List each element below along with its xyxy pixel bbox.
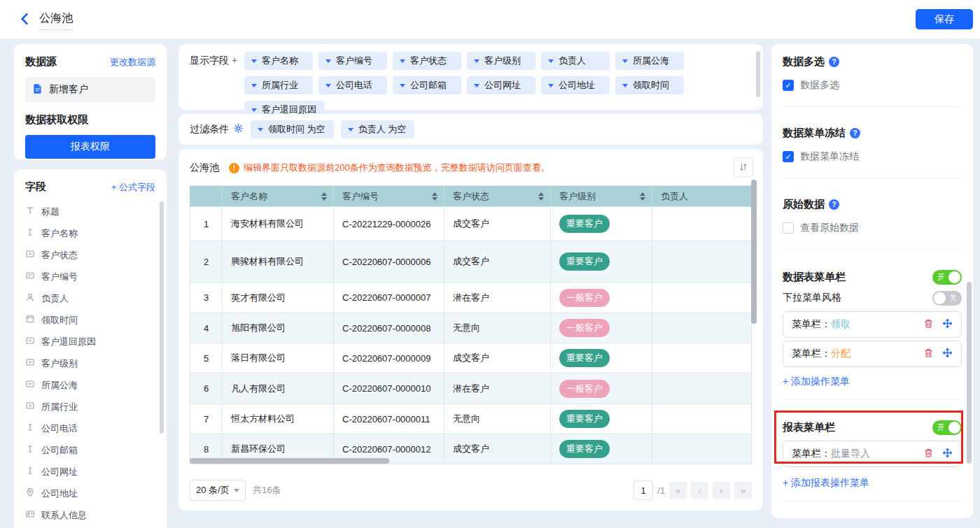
save-button[interactable]: 保存	[916, 9, 973, 29]
field-item-customer-code[interactable]: 客户编号	[25, 266, 155, 287]
display-chip[interactable]: 所属公海	[615, 52, 684, 70]
display-panel-scrollbar[interactable]	[756, 51, 760, 97]
row-index: 2	[190, 241, 223, 282]
display-chip[interactable]: 客户名称	[244, 52, 313, 70]
filter-chip[interactable]: 领取时间 为空	[251, 120, 334, 138]
field-item-customer-level[interactable]: 客户级别	[25, 352, 155, 374]
next-page-button[interactable]: ›	[713, 482, 730, 499]
level-badge: 重要客户	[559, 252, 610, 271]
cell-level: 一般客户	[551, 313, 652, 343]
level-badge: 重要客户	[559, 410, 610, 428]
filter-chip[interactable]: 负责人 为空	[341, 120, 415, 138]
move-icon[interactable]	[942, 318, 953, 331]
display-chip[interactable]: 客户级别	[467, 52, 536, 70]
sort-icon[interactable]	[432, 192, 438, 201]
datasource-item[interactable]: 新增客户	[25, 77, 155, 102]
settings-scrollbar[interactable]	[967, 282, 972, 464]
table-row[interactable]: 3 英才有限公司 C-20220607-0000007 潜在客户 一般客户	[190, 283, 752, 313]
add-action-menu-link[interactable]: + 添加操作菜单	[783, 376, 850, 388]
divider	[783, 106, 962, 107]
field-item-email[interactable]: 公司邮箱	[25, 439, 155, 461]
trash-icon[interactable]	[923, 448, 934, 460]
display-chip[interactable]: 客户状态	[393, 52, 461, 70]
chevron-down-icon	[474, 59, 479, 63]
trash-icon[interactable]	[923, 318, 934, 331]
field-item-owner[interactable]: 负责人	[25, 287, 155, 309]
page-size-select[interactable]: 20 条/页	[190, 480, 246, 501]
fields-scrollbar[interactable]	[160, 201, 164, 434]
field-item-address[interactable]: 公司地址	[25, 483, 155, 504]
display-chip[interactable]: 负责人	[541, 52, 610, 70]
raw-data-checkbox[interactable]: 查看原始数据	[783, 221, 962, 235]
cell-code: C-20220607-0000010	[334, 373, 444, 404]
report-permission-button[interactable]: 报表权限	[25, 135, 155, 159]
back-icon[interactable]	[18, 12, 32, 26]
table-row[interactable]: 4 旭阳有限公司 C-20220607-0000008 无意向 一般客户	[190, 313, 752, 343]
checkbox-checked-icon: ✓	[783, 80, 794, 91]
field-item-claim-time[interactable]: 领取时间	[25, 309, 155, 331]
chevron-down-icon	[548, 84, 554, 87]
datasource-title: 数据源	[25, 55, 57, 69]
help-icon[interactable]: ?	[829, 57, 839, 67]
chevron-down-icon	[258, 128, 263, 131]
field-item-return-reason[interactable]: 客户退回原因	[25, 331, 155, 352]
table-vertical-scrollbar[interactable]	[751, 180, 757, 324]
display-chip[interactable]: 领取时间	[615, 76, 684, 94]
chevron-down-icon	[251, 108, 257, 112]
field-item-customer-name[interactable]: 客户名称	[25, 222, 155, 244]
display-chip[interactable]: 客户编号	[318, 52, 387, 70]
display-chip[interactable]: 所属行业	[244, 76, 313, 94]
menu-item-assign[interactable]: 菜单栏： 分配	[783, 341, 962, 367]
add-report-action-menu-link[interactable]: + 添加报表操作菜单	[783, 477, 869, 490]
table-row[interactable]: 1 海安材料有限公司 C-20221229-0000026 成交客户 重要客户	[190, 207, 752, 241]
table-horizontal-scrollbar[interactable]	[190, 458, 389, 464]
add-display-field-button[interactable]: +	[232, 55, 237, 66]
table-sort-button[interactable]	[734, 157, 753, 177]
sort-icon[interactable]	[640, 192, 645, 201]
sort-icon[interactable]	[538, 192, 544, 201]
field-item-phone[interactable]: 公司电话	[25, 418, 155, 439]
help-icon[interactable]: ?	[850, 128, 860, 138]
chevron-down-icon	[400, 59, 405, 63]
table-menu-toggle[interactable]: 开	[932, 270, 962, 285]
field-item-pool[interactable]: 所属公海	[25, 374, 155, 396]
display-chip[interactable]: 公司网址	[467, 76, 536, 94]
menu-item-claim[interactable]: 菜单栏： 领取	[783, 311, 962, 338]
row-index: 4	[190, 313, 223, 343]
move-icon[interactable]	[942, 448, 953, 460]
total-count: 共16条	[253, 484, 281, 497]
table-row[interactable]: 5 落日有限公司 C-20220607-0000009 成交客户 重要客户	[190, 343, 752, 373]
move-icon[interactable]	[942, 348, 953, 360]
multi-select-checkbox[interactable]: ✓ 数据多选	[783, 78, 962, 92]
display-chip[interactable]: 公司地址	[541, 76, 610, 94]
sort-icon[interactable]	[321, 192, 327, 201]
trash-icon[interactable]	[923, 348, 934, 360]
chevron-down-icon	[326, 84, 331, 87]
change-datasource-link[interactable]: 更改数据源	[110, 56, 155, 69]
page-input[interactable]: 1	[634, 480, 653, 500]
display-chip[interactable]: 公司电话	[318, 76, 387, 94]
select-icon	[25, 357, 35, 369]
help-icon[interactable]: ?	[829, 199, 839, 210]
field-item-customer-status[interactable]: 客户状态	[25, 244, 155, 266]
field-item-title[interactable]: 标题	[25, 201, 155, 222]
last-page-button[interactable]: »	[734, 482, 752, 499]
table-row[interactable]: 6 凡人有限公司 C-20220607-0000010 潜在客户 一般客户	[190, 373, 752, 404]
formula-field-link[interactable]: + 公式字段	[111, 181, 155, 194]
display-chip[interactable]: 公司邮箱	[393, 76, 461, 94]
prev-page-button[interactable]: ‹	[691, 482, 708, 499]
field-item-website[interactable]: 公司网址	[25, 461, 155, 483]
field-item-contact-info[interactable]: 联系人信息	[25, 504, 155, 526]
dropdown-style-toggle[interactable]: 关	[932, 291, 962, 306]
cell-status: 成交客户	[444, 207, 551, 241]
field-item-industry[interactable]: 所属行业	[25, 396, 155, 418]
report-menu-toggle[interactable]: 开	[932, 420, 962, 435]
table-row[interactable]: 7 恒太方材料公司 C-20220607-0000011 无意向 重要客户	[190, 404, 752, 434]
first-page-button[interactable]: «	[669, 482, 687, 499]
row-index: 7	[190, 404, 223, 434]
gear-icon[interactable]	[233, 123, 244, 136]
menu-freeze-checkbox[interactable]: ✓ 数据菜单冻结	[783, 150, 962, 164]
table-row[interactable]: 2 腾骏材料有限公司 C-20220607-0000006 成交客户 重要客户	[190, 241, 752, 283]
table-header-row: 客户名称 客户编号 客户状态 客户级别 负责人	[190, 186, 752, 207]
menu-item-batch-import[interactable]: 菜单栏： 批量导入	[783, 441, 962, 467]
